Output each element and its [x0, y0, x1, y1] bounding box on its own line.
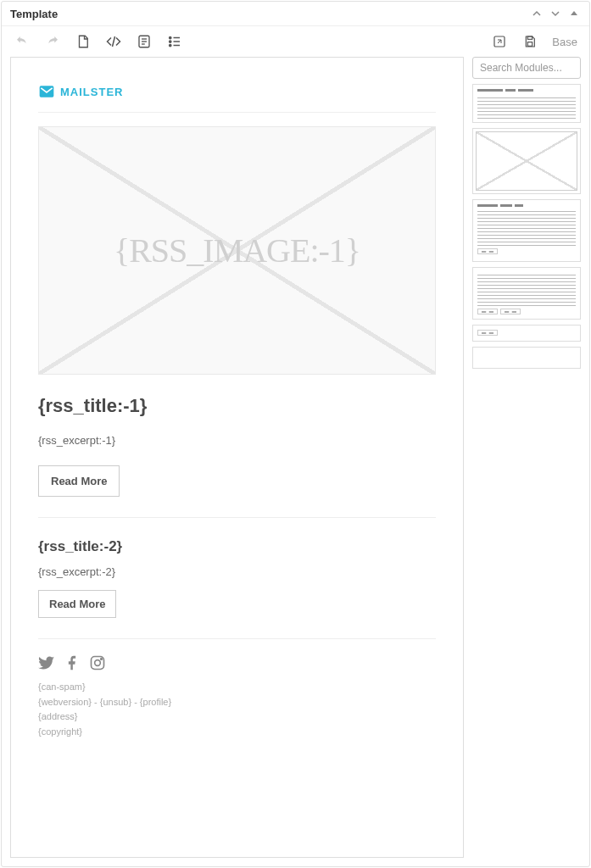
panel-header: Template [2, 2, 589, 26]
footer-canspam: {can-spam} [38, 680, 436, 695]
article-2-readmore-button[interactable]: Read More [38, 590, 116, 618]
panel-title: Template [10, 8, 58, 20]
template-panel: Template Base MAILSTER [1, 1, 590, 867]
module-thumb-6[interactable] [472, 347, 581, 369]
module-thumb-1[interactable] [472, 84, 581, 123]
search-input[interactable] [472, 57, 581, 79]
text-button[interactable] [136, 33, 153, 50]
footer-links: {webversion} - {unsub} - {profile} [38, 695, 436, 710]
hero-image-text: {RSS_IMAGE:-1} [114, 231, 360, 270]
article-1-excerpt: {rss_excerpt:-1} [38, 434, 436, 447]
svg-point-4 [170, 36, 171, 38]
svg-point-6 [170, 44, 171, 46]
collapse-toggle-icon[interactable] [567, 7, 581, 20]
logo-text: MAILSTER [60, 86, 123, 98]
svg-rect-12 [528, 42, 532, 47]
collapse-down-icon[interactable] [549, 7, 562, 20]
collapse-up-icon[interactable] [530, 7, 544, 20]
base-label[interactable]: Base [552, 36, 577, 48]
content-area: MAILSTER {RSS_IMAGE:-1} {rss_title:-1} {… [2, 57, 589, 866]
twitter-icon[interactable] [38, 654, 55, 671]
article-2-title: {rss_title:-2} [38, 538, 436, 555]
module-thumb-3[interactable] [472, 199, 581, 262]
module-thumb-2[interactable] [472, 128, 581, 194]
toolbar: Base [2, 26, 589, 57]
instagram-icon[interactable] [89, 654, 106, 671]
article-2: {rss_title:-2} {rss_excerpt:-2} Read Mor… [38, 518, 436, 639]
facebook-icon[interactable] [64, 654, 81, 671]
logo-row: MAILSTER [38, 83, 436, 113]
file-button[interactable] [75, 33, 92, 50]
module-thumb-4[interactable] [472, 267, 581, 320]
footer-copyright: {copyright} [38, 725, 436, 740]
email-canvas[interactable]: MAILSTER {RSS_IMAGE:-1} {rss_title:-1} {… [10, 57, 464, 858]
svg-point-5 [170, 41, 171, 42]
panel-controls [530, 7, 581, 20]
svg-point-15 [95, 660, 101, 666]
list-button[interactable] [166, 33, 183, 50]
article-1-title: {rss_title:-1} [38, 395, 436, 417]
undo-button[interactable] [14, 33, 31, 50]
article-1-readmore-button[interactable]: Read More [38, 465, 120, 497]
code-button[interactable] [105, 33, 122, 50]
hero-image-placeholder[interactable]: {RSS_IMAGE:-1} [38, 126, 436, 375]
article-1: {rss_title:-1} {rss_excerpt:-1} Read Mor… [38, 375, 436, 518]
logo-icon [38, 83, 55, 100]
expand-button[interactable] [491, 33, 508, 50]
redo-button[interactable] [44, 33, 61, 50]
save-button[interactable] [521, 33, 538, 50]
svg-point-16 [101, 659, 103, 660]
article-2-excerpt: {rss_excerpt:-2} [38, 565, 436, 578]
email-footer: {can-spam} {webversion} - {unsub} - {pro… [38, 639, 436, 739]
module-sidebar [472, 57, 581, 858]
module-thumb-5[interactable] [472, 325, 581, 342]
social-row [38, 654, 436, 671]
svg-rect-11 [528, 36, 532, 39]
footer-address: {address} [38, 709, 436, 725]
